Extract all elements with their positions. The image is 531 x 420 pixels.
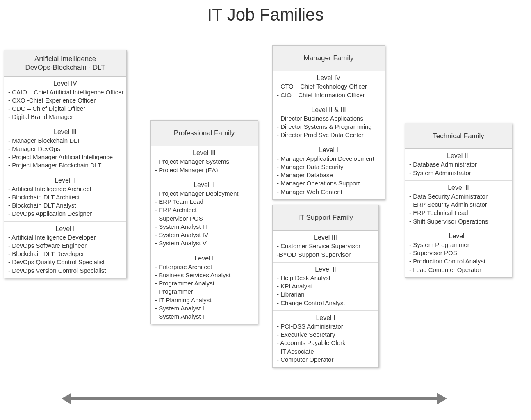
level-block: Level III- Project Manager Systems- Proj… [151,146,258,178]
level-name: Level I [277,146,381,155]
role-item: - Blockchain DLT Developer [8,250,122,258]
role-item: - Director Systems & Programming [277,123,381,131]
level-name: Level III [277,233,374,242]
family-technical: Technical FamilyLevel III- Database Admi… [405,123,512,278]
role-item: - Programmer Analyst [155,279,253,288]
level-block: Level I- System Programmer- Supervisor P… [405,229,512,277]
family-header-line: DevOps-Blockchain - DLT [7,63,124,72]
family-header-line: IT Support Family [275,213,376,222]
page-title: IT Job Families [0,5,531,25]
role-item: - Computer Operator [277,356,374,364]
role-item: - Production Control Analyst [409,257,508,265]
role-item: - Project Manager (EA) [155,166,253,174]
role-item: - IT Associate [277,347,374,356]
role-item: - Data Security Administrator [409,192,508,201]
double-arrow [62,393,447,404]
role-item: - DevOps Version Control Specialist [8,267,122,275]
family-header: Technical Family [405,123,512,149]
arrow-shaft [70,397,439,400]
level-block: Level II- Artificial Intelligence Archit… [4,173,126,222]
level-name: Level III [409,151,508,160]
level-name: Level II [277,265,374,274]
role-item: - Shift Supervisor Operations [409,217,508,226]
level-block: Level III- Database Administrator- Syste… [405,149,512,181]
level-block: Level I- PCI-DSS Administrator- Executiv… [273,311,378,367]
level-name: Level II [155,180,253,189]
role-item: - Director Prod Svc Data Center [277,131,381,139]
role-item: - System Analyst IV [155,231,253,239]
role-item: - System Analyst V [155,239,253,247]
role-item: - Accounts Payable Clerk [277,339,374,347]
family-it-support: IT Support FamilyLevel III- Customer Ser… [272,205,379,368]
arrow-right-head-icon [437,393,447,404]
level-block: Level II- Data Security Administrator- E… [405,181,512,229]
diagram-canvas: IT Job Families Artificial IntelligenceD… [0,0,531,420]
role-item: - Change Control Analyst [277,299,374,307]
role-item: - Help Desk Analyst [277,274,374,282]
role-item: - Manager Database [277,171,381,179]
role-item: - CDO – Chief Digital Officer [8,105,122,113]
role-item: - Database Administrator [409,160,508,169]
level-name: Level I [155,254,253,263]
role-item: - Director Business Applications [277,114,381,123]
level-name: Level II [409,183,508,192]
role-item: -BYOD Support Supervisor [277,251,374,259]
role-item: - Enterprise Architect [155,263,253,271]
role-item: - System Analyst I [155,304,253,313]
level-block: Level II & III- Director Business Applic… [273,103,385,143]
role-item: - CAIO – Chief Artificial Intelligence O… [8,88,122,96]
role-item: - Supervisor POS [409,249,508,257]
level-block: Level II- Help Desk Analyst- KPI Analyst… [273,262,378,311]
family-header: Manager Family [273,46,385,71]
level-name: Level II & III [277,105,381,114]
role-item: - Project Manager Artificial Intelligenc… [8,153,122,161]
role-item: - Manager Blockchain DLT [8,137,122,145]
family-header-line: Technical Family [408,132,509,140]
level-block: Level III- Manager Blockchain DLT- Manag… [4,125,126,173]
level-block: Level IV- CAIO – Chief Artificial Intell… [4,77,126,125]
level-name: Level III [155,148,253,158]
role-item: - DevOps Software Engineer [8,242,122,250]
level-block: Level III- Customer Service Supervisor-B… [273,231,378,262]
family-header: IT Support Family [273,205,378,231]
role-item: - CXO -Chief Experience Officer [8,96,122,105]
level-block: Level IV- CTO – Chief Technology Officer… [273,71,385,103]
role-item: - KPI Analyst [277,282,374,290]
role-item: - Manager DevOps [8,145,122,153]
family-header: Artificial IntelligenceDevOps-Blockchain… [4,50,126,77]
role-item: - Programmer [155,288,253,296]
role-item: - Blockchain DLT Architect [8,193,122,201]
role-item: - ERP Technical Lead [409,209,508,217]
role-item: - Digital Brand Manager [8,113,122,121]
level-name: Level I [8,224,122,233]
family-header-line: Professional Family [153,129,255,137]
role-item: - ERP Team Lead [155,198,253,206]
role-item: - CIO – Chief Information Officer [277,91,381,99]
role-item: - DevOps Application Designer [8,210,122,218]
role-item: - Artificial Intelligence Developer [8,233,122,242]
family-header: Professional Family [151,121,258,146]
level-block: Level I- Manager Application Development… [273,143,385,199]
family-ai-devops-blockchain: Artificial IntelligenceDevOps-Blockchain… [4,50,127,278]
role-item: - Librarian [277,290,374,299]
role-item: - Project Manager Systems [155,158,253,166]
role-item: - Artificial Intelligence Architect [8,185,122,193]
level-name: Level I [277,313,374,322]
level-name: Level III [8,128,122,137]
role-item: - Supervisor POS [155,215,253,223]
family-professional: Professional FamilyLevel III- Project Ma… [150,120,258,324]
role-item: - CTO – Chief Technology Officer [277,82,381,91]
level-block: Level II- Project Manager Deployment- ER… [151,178,258,251]
level-block: Level I - Artificial Intelligence Develo… [4,222,126,278]
role-item: - Manager Data Security [277,163,381,171]
role-item: - Manager Web Content [277,188,381,196]
role-item: - Manager Operations Support [277,179,381,187]
role-item: - System Analyst II [155,313,253,321]
role-item: - IT Planning Analyst [155,296,253,304]
role-item: - Project Manager Blockchain DLT [8,161,122,169]
role-item: - System Programmer [409,241,508,249]
role-item: - DevOps Quality Control Specialist [8,258,122,266]
level-name: Level I [409,232,508,241]
role-item: - ERP Architect [155,206,253,214]
role-item: - Lead Computer Operator [409,266,508,274]
